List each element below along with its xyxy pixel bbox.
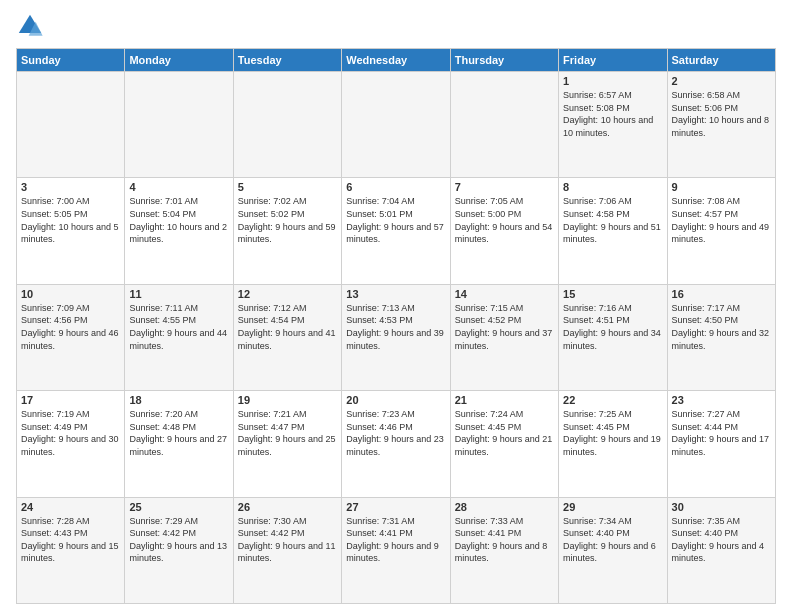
calendar-cell: 22Sunrise: 7:25 AM Sunset: 4:45 PM Dayli… [559,391,667,497]
col-header-tuesday: Tuesday [233,49,341,72]
calendar-cell: 12Sunrise: 7:12 AM Sunset: 4:54 PM Dayli… [233,284,341,390]
calendar-cell: 6Sunrise: 7:04 AM Sunset: 5:01 PM Daylig… [342,178,450,284]
week-row-4: 24Sunrise: 7:28 AM Sunset: 4:43 PM Dayli… [17,497,776,603]
day-info: Sunrise: 7:17 AM Sunset: 4:50 PM Dayligh… [672,302,771,352]
day-info: Sunrise: 7:16 AM Sunset: 4:51 PM Dayligh… [563,302,662,352]
day-info: Sunrise: 7:21 AM Sunset: 4:47 PM Dayligh… [238,408,337,458]
calendar-cell: 1Sunrise: 6:57 AM Sunset: 5:08 PM Daylig… [559,72,667,178]
calendar-cell: 27Sunrise: 7:31 AM Sunset: 4:41 PM Dayli… [342,497,450,603]
day-info: Sunrise: 7:09 AM Sunset: 4:56 PM Dayligh… [21,302,120,352]
week-row-3: 17Sunrise: 7:19 AM Sunset: 4:49 PM Dayli… [17,391,776,497]
day-info: Sunrise: 7:06 AM Sunset: 4:58 PM Dayligh… [563,195,662,245]
calendar-cell: 15Sunrise: 7:16 AM Sunset: 4:51 PM Dayli… [559,284,667,390]
day-number: 5 [238,181,337,193]
calendar-cell: 19Sunrise: 7:21 AM Sunset: 4:47 PM Dayli… [233,391,341,497]
calendar-cell [233,72,341,178]
day-number: 11 [129,288,228,300]
day-info: Sunrise: 7:24 AM Sunset: 4:45 PM Dayligh… [455,408,554,458]
day-info: Sunrise: 7:04 AM Sunset: 5:01 PM Dayligh… [346,195,445,245]
day-number: 2 [672,75,771,87]
calendar-header: SundayMondayTuesdayWednesdayThursdayFrid… [17,49,776,72]
day-number: 22 [563,394,662,406]
calendar-cell: 11Sunrise: 7:11 AM Sunset: 4:55 PM Dayli… [125,284,233,390]
day-info: Sunrise: 7:12 AM Sunset: 4:54 PM Dayligh… [238,302,337,352]
calendar-cell: 3Sunrise: 7:00 AM Sunset: 5:05 PM Daylig… [17,178,125,284]
col-header-wednesday: Wednesday [342,49,450,72]
day-number: 26 [238,501,337,513]
day-number: 4 [129,181,228,193]
calendar-cell: 16Sunrise: 7:17 AM Sunset: 4:50 PM Dayli… [667,284,775,390]
day-info: Sunrise: 7:27 AM Sunset: 4:44 PM Dayligh… [672,408,771,458]
day-number: 8 [563,181,662,193]
calendar-cell: 21Sunrise: 7:24 AM Sunset: 4:45 PM Dayli… [450,391,558,497]
day-number: 20 [346,394,445,406]
day-info: Sunrise: 7:19 AM Sunset: 4:49 PM Dayligh… [21,408,120,458]
week-row-1: 3Sunrise: 7:00 AM Sunset: 5:05 PM Daylig… [17,178,776,284]
day-info: Sunrise: 7:02 AM Sunset: 5:02 PM Dayligh… [238,195,337,245]
calendar-cell: 29Sunrise: 7:34 AM Sunset: 4:40 PM Dayli… [559,497,667,603]
day-number: 18 [129,394,228,406]
day-number: 9 [672,181,771,193]
day-info: Sunrise: 7:00 AM Sunset: 5:05 PM Dayligh… [21,195,120,245]
day-number: 1 [563,75,662,87]
day-number: 29 [563,501,662,513]
day-info: Sunrise: 7:25 AM Sunset: 4:45 PM Dayligh… [563,408,662,458]
day-number: 30 [672,501,771,513]
calendar-cell [125,72,233,178]
page: SundayMondayTuesdayWednesdayThursdayFrid… [0,0,792,612]
day-info: Sunrise: 7:15 AM Sunset: 4:52 PM Dayligh… [455,302,554,352]
calendar-cell: 30Sunrise: 7:35 AM Sunset: 4:40 PM Dayli… [667,497,775,603]
day-info: Sunrise: 7:20 AM Sunset: 4:48 PM Dayligh… [129,408,228,458]
day-info: Sunrise: 7:28 AM Sunset: 4:43 PM Dayligh… [21,515,120,565]
calendar-cell: 26Sunrise: 7:30 AM Sunset: 4:42 PM Dayli… [233,497,341,603]
day-info: Sunrise: 6:57 AM Sunset: 5:08 PM Dayligh… [563,89,662,139]
day-info: Sunrise: 7:11 AM Sunset: 4:55 PM Dayligh… [129,302,228,352]
day-number: 27 [346,501,445,513]
col-header-friday: Friday [559,49,667,72]
day-info: Sunrise: 7:13 AM Sunset: 4:53 PM Dayligh… [346,302,445,352]
calendar-body: 1Sunrise: 6:57 AM Sunset: 5:08 PM Daylig… [17,72,776,604]
day-number: 7 [455,181,554,193]
day-info: Sunrise: 7:23 AM Sunset: 4:46 PM Dayligh… [346,408,445,458]
calendar-cell [17,72,125,178]
day-info: Sunrise: 7:08 AM Sunset: 4:57 PM Dayligh… [672,195,771,245]
day-info: Sunrise: 7:34 AM Sunset: 4:40 PM Dayligh… [563,515,662,565]
header [16,12,776,40]
logo-icon [16,12,44,40]
day-info: Sunrise: 7:30 AM Sunset: 4:42 PM Dayligh… [238,515,337,565]
day-info: Sunrise: 7:35 AM Sunset: 4:40 PM Dayligh… [672,515,771,565]
calendar-table: SundayMondayTuesdayWednesdayThursdayFrid… [16,48,776,604]
col-header-thursday: Thursday [450,49,558,72]
day-info: Sunrise: 7:29 AM Sunset: 4:42 PM Dayligh… [129,515,228,565]
calendar-cell [342,72,450,178]
day-number: 17 [21,394,120,406]
day-number: 12 [238,288,337,300]
calendar-cell: 23Sunrise: 7:27 AM Sunset: 4:44 PM Dayli… [667,391,775,497]
day-number: 19 [238,394,337,406]
week-row-2: 10Sunrise: 7:09 AM Sunset: 4:56 PM Dayli… [17,284,776,390]
day-number: 24 [21,501,120,513]
calendar-cell: 14Sunrise: 7:15 AM Sunset: 4:52 PM Dayli… [450,284,558,390]
day-info: Sunrise: 7:01 AM Sunset: 5:04 PM Dayligh… [129,195,228,245]
calendar-cell [450,72,558,178]
calendar-cell: 8Sunrise: 7:06 AM Sunset: 4:58 PM Daylig… [559,178,667,284]
calendar-cell: 25Sunrise: 7:29 AM Sunset: 4:42 PM Dayli… [125,497,233,603]
week-row-0: 1Sunrise: 6:57 AM Sunset: 5:08 PM Daylig… [17,72,776,178]
calendar-cell: 28Sunrise: 7:33 AM Sunset: 4:41 PM Dayli… [450,497,558,603]
day-number: 21 [455,394,554,406]
calendar-cell: 7Sunrise: 7:05 AM Sunset: 5:00 PM Daylig… [450,178,558,284]
day-number: 15 [563,288,662,300]
day-number: 14 [455,288,554,300]
calendar-cell: 5Sunrise: 7:02 AM Sunset: 5:02 PM Daylig… [233,178,341,284]
day-number: 16 [672,288,771,300]
calendar-cell: 20Sunrise: 7:23 AM Sunset: 4:46 PM Dayli… [342,391,450,497]
col-header-monday: Monday [125,49,233,72]
day-number: 25 [129,501,228,513]
header-row: SundayMondayTuesdayWednesdayThursdayFrid… [17,49,776,72]
day-number: 13 [346,288,445,300]
day-number: 28 [455,501,554,513]
calendar-cell: 18Sunrise: 7:20 AM Sunset: 4:48 PM Dayli… [125,391,233,497]
day-info: Sunrise: 7:33 AM Sunset: 4:41 PM Dayligh… [455,515,554,565]
logo [16,12,48,40]
calendar-cell: 4Sunrise: 7:01 AM Sunset: 5:04 PM Daylig… [125,178,233,284]
